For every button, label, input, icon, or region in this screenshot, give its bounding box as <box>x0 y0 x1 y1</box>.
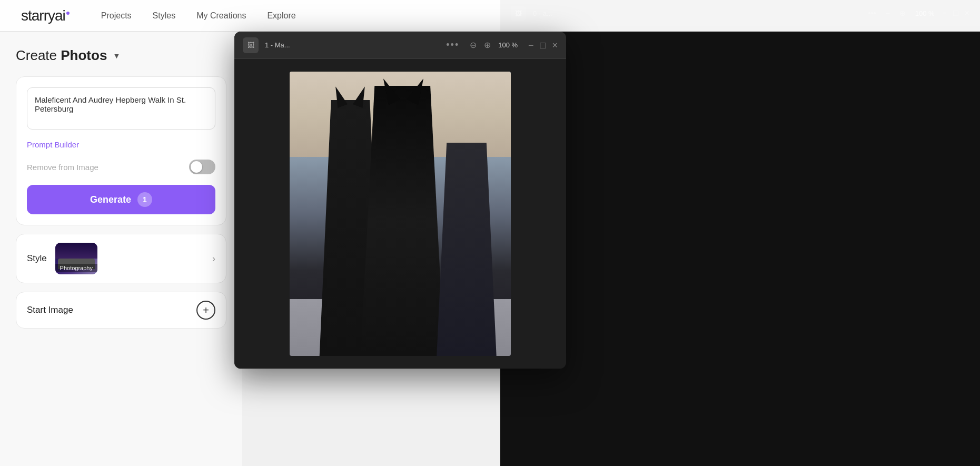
generate-badge: 1 <box>137 192 152 207</box>
remove-from-image-label: Remove from Image <box>27 163 98 172</box>
app-logo: starryai <box>21 7 70 24</box>
front-tab-title[interactable]: 1 - Ma... <box>265 41 435 49</box>
remove-from-image-toggle[interactable] <box>189 160 215 174</box>
top-navigation: starryai Projects Styles My Creations Ex… <box>0 0 980 32</box>
front-close-button[interactable]: × <box>552 41 558 50</box>
start-image-label: Start Image <box>27 305 73 315</box>
style-left: Style Photography <box>27 243 97 274</box>
create-photos-dropdown-button[interactable]: ▼ <box>111 51 122 61</box>
add-start-image-button[interactable]: + <box>196 301 215 320</box>
generate-button-label: Generate <box>90 194 131 205</box>
prompt-input[interactable]: Maleficent And Audrey Hepberg Walk In St… <box>27 87 215 130</box>
nav-item-my-creations[interactable]: My Creations <box>196 11 246 21</box>
start-image-section[interactable]: Start Image + <box>16 292 226 329</box>
front-more-button[interactable]: ••• <box>442 39 463 51</box>
front-minimize-button[interactable]: − <box>528 41 534 50</box>
main-nav: Projects Styles My Creations Explore <box>101 11 296 21</box>
front-image-icon: 🖼 <box>248 41 254 49</box>
logo-dot <box>66 12 70 15</box>
front-viewer-icon: 🖼 <box>243 37 259 53</box>
generate-button[interactable]: Generate 1 <box>27 185 215 214</box>
remove-from-image-row: Remove from Image <box>27 160 215 174</box>
front-viewer-content <box>234 59 566 369</box>
front-viewer-controls: ⊖ ⊕ 100 % <box>470 40 518 50</box>
create-photos-bold: Photos <box>61 47 107 63</box>
front-viewer-window: 🖼 1 - Ma... ••• ⊖ ⊕ 100 % − □ × <box>234 32 566 369</box>
back-viewer-window: 🖼 0 - a... ••• − ⊕ 100 % − □ × <box>500 0 980 466</box>
front-titlebar: 🖼 1 - Ma... ••• ⊖ ⊕ 100 % − □ × <box>234 32 566 59</box>
toggle-knob <box>191 161 202 173</box>
front-zoom-in-button[interactable]: ⊕ <box>484 40 491 50</box>
logo-text: starryai <box>21 7 65 24</box>
maleficent-image <box>290 72 511 356</box>
front-zoom-out-button[interactable]: ⊖ <box>470 40 477 50</box>
front-maximize-button[interactable]: □ <box>540 41 546 50</box>
front-window-controls: − □ × <box>528 41 558 50</box>
style-thumb-sky <box>55 243 97 259</box>
nav-item-projects[interactable]: Projects <box>101 11 132 21</box>
prompt-builder-link[interactable]: Prompt Builder <box>27 140 215 149</box>
prompt-section: Maleficent And Audrey Hepberg Walk In St… <box>16 76 226 225</box>
create-photos-header: Create Photos ▼ <box>16 47 226 64</box>
front-zoom-level: 100 % <box>498 41 518 49</box>
style-section[interactable]: Style Photography › <box>16 234 226 283</box>
style-chevron-icon: › <box>212 253 215 264</box>
style-thumbnail-label: Photography <box>55 264 97 272</box>
style-thumbnail: Photography <box>55 243 97 274</box>
figure-right <box>433 143 500 356</box>
style-label: Style <box>27 253 47 264</box>
sidebar: Create Photos ▼ Maleficent And Audrey He… <box>0 32 242 466</box>
nav-item-explore[interactable]: Explore <box>267 11 295 21</box>
create-photos-title: Create Photos <box>16 47 107 64</box>
nav-item-styles[interactable]: Styles <box>153 11 176 21</box>
